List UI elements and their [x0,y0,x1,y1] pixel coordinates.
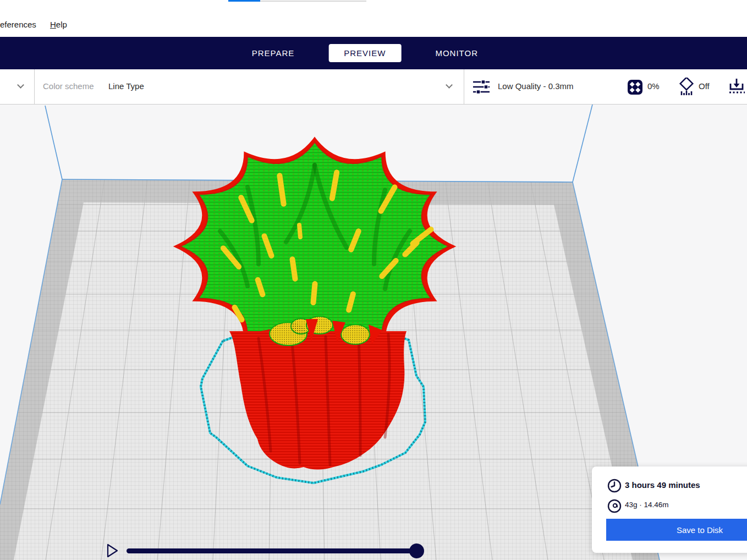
collapse-chevron-icon[interactable] [17,81,24,89]
material-usage-estimate: 43g · 14.46m [625,501,669,509]
cura-window: eferences Help PREPARE PREVIEW MONITOR M… [0,0,747,560]
tab-monitor[interactable]: MONITOR [425,44,488,62]
print-time-estimate: 3 hours 49 minutes [625,480,700,490]
save-to-disk-button[interactable]: Save to Disk [606,519,747,541]
stage-header: PREPARE PREVIEW MONITOR Mark [0,37,747,69]
color-scheme-chevron-icon[interactable] [446,81,453,89]
top-strip-gray [260,1,366,2]
toolbar-divider [464,69,464,104]
color-scheme-value[interactable]: Line Type [108,81,144,91]
stage-tabs: PREPARE PREVIEW MONITOR [242,37,488,69]
profile-summary[interactable]: Low Quality - 0.3mm [498,81,574,91]
color-scheme-label: Color scheme [43,81,94,91]
preview-toolbar: Color scheme Line Type Low Quality - 0.3… [0,69,747,105]
top-strip-blue [228,0,260,2]
material-spool-icon [607,499,622,513]
tab-prepare[interactable]: PREPARE [242,44,305,62]
infill-icon[interactable] [628,80,642,95]
tab-preview[interactable]: PREVIEW [328,44,401,62]
support-value[interactable]: Off [699,81,710,91]
menu-bar: eferences Help [0,0,747,37]
simulation-slider-handle[interactable] [409,543,424,558]
menu-item-preferences[interactable]: eferences [0,20,36,29]
toolbar-divider [34,69,35,104]
print-summary-card: 3 hours 49 minutes 43g · 14.46m Save to … [592,466,747,553]
adhesion-icon[interactable] [728,78,746,96]
play-icon [106,543,119,558]
settings-sliders-icon[interactable] [472,79,491,95]
menu-item-help[interactable]: Help [50,20,67,29]
clock-icon [607,479,622,493]
simulation-play-button[interactable] [106,543,119,558]
support-icon[interactable] [678,78,695,96]
simulation-slider-track[interactable] [127,548,417,553]
infill-value[interactable]: 0% [647,81,660,91]
